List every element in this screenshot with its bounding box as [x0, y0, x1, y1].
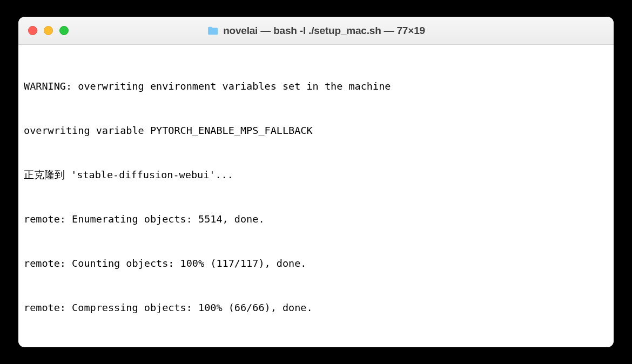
close-button[interactable]	[28, 26, 37, 35]
terminal-line: overwriting variable PYTORCH_ENABLE_MPS_…	[24, 123, 608, 138]
terminal-line: WARNING: overwriting environment variabl…	[24, 79, 608, 93]
terminal-line: remote: Compressing objects: 100% (66/66…	[24, 300, 608, 315]
title-wrapper: novelai — bash -l ./setup_mac.sh — 77×19	[207, 25, 425, 37]
terminal-line: 正克隆到 'stable-diffusion-webui'...	[24, 167, 608, 182]
window-title: novelai — bash -l ./setup_mac.sh — 77×19	[223, 25, 425, 37]
traffic-lights	[28, 26, 69, 35]
terminal-window: novelai — bash -l ./setup_mac.sh — 77×19…	[18, 17, 614, 347]
folder-icon	[207, 26, 219, 36]
titlebar[interactable]: novelai — bash -l ./setup_mac.sh — 77×19	[18, 17, 614, 45]
terminal-line: remote: Total 5514 (delta 63), reused 95…	[24, 345, 608, 348]
terminal-line: remote: Counting objects: 100% (117/117)…	[24, 256, 608, 271]
terminal-content[interactable]: WARNING: overwriting environment variabl…	[18, 45, 614, 347]
terminal-line: remote: Enumerating objects: 5514, done.	[24, 212, 608, 226]
maximize-button[interactable]	[59, 26, 69, 35]
minimize-button[interactable]	[44, 26, 53, 35]
